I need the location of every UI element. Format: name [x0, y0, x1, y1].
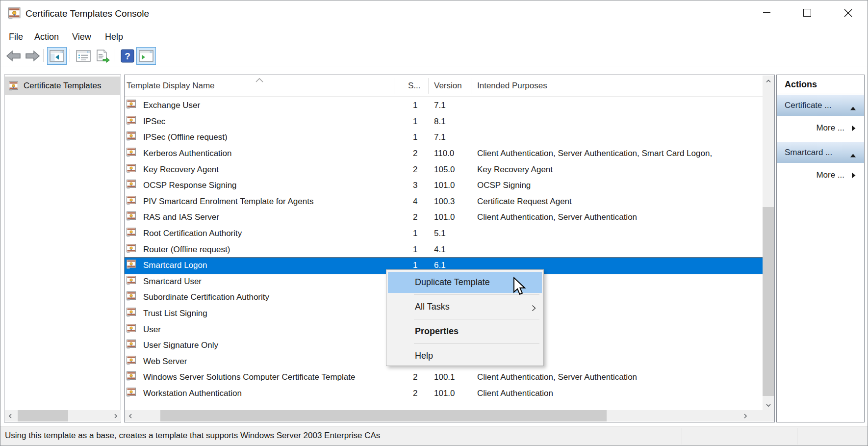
- template-purposes: Client Authentication, Server Authentica…: [477, 212, 637, 222]
- collapse-up-icon[interactable]: [850, 104, 856, 112]
- toolbar-separator: [114, 49, 114, 62]
- column-header-s[interactable]: S...: [408, 75, 427, 96]
- template-name: Exchange User: [143, 101, 200, 110]
- list-hscroll-thumb[interactable]: [160, 410, 607, 421]
- template-version: 105.0: [434, 165, 455, 175]
- help-button[interactable]: ?: [118, 47, 137, 65]
- status-divider: [797, 428, 797, 445]
- certificate-template-icon: [127, 164, 137, 176]
- title-bar: Certificate Templates Console: [0, 0, 868, 28]
- scroll-right-button[interactable]: [110, 410, 121, 421]
- show-action-pane-button[interactable]: [136, 47, 156, 65]
- menu-file[interactable]: File: [9, 32, 23, 42]
- table-row[interactable]: Exchange User17.1: [125, 98, 763, 114]
- back-arrow-icon: [6, 50, 22, 62]
- tree-item-certificate-templates[interactable]: Certificate Templates: [5, 77, 120, 95]
- tree-item-label: Certificate Templates: [24, 81, 101, 91]
- action-more-item[interactable]: More ...: [777, 117, 864, 139]
- forward-arrow-button[interactable]: [23, 47, 42, 65]
- template-name: Key Recovery Agent: [143, 165, 219, 175]
- column-header-intended-purposes[interactable]: Intended Purposes: [477, 75, 673, 96]
- certificate-template-icon: [127, 116, 137, 128]
- menu-action[interactable]: Action: [34, 32, 59, 42]
- column-separator: [471, 78, 471, 94]
- more-label: More ...: [816, 123, 844, 133]
- template-schema: 2: [413, 212, 417, 222]
- table-row[interactable]: Root Certification Authority15.1: [125, 226, 763, 242]
- template-name: Trust List Signing: [143, 309, 207, 318]
- list-horizontal-scrollbar[interactable]: [125, 410, 763, 421]
- column-header-version[interactable]: Version: [434, 75, 469, 96]
- template-version: 7.1: [434, 101, 446, 110]
- certificate-template-icon: [127, 100, 137, 111]
- minimize-icon: [763, 12, 770, 13]
- menu-separator: [414, 319, 539, 319]
- template-name: Root Certification Authority: [143, 229, 242, 238]
- context-menu-item-help[interactable]: Help: [388, 345, 542, 367]
- table-row[interactable]: Windows Server Solutions Computer Certif…: [125, 369, 763, 386]
- scroll-right-button[interactable]: [740, 410, 751, 421]
- list-vertical-scrollbar[interactable]: [763, 76, 774, 411]
- menu-view[interactable]: View: [72, 32, 91, 42]
- scroll-down-button[interactable]: [763, 399, 774, 411]
- template-purposes: Client Authentication, Server Authentica…: [477, 372, 637, 382]
- certificate-template-icon: [127, 388, 137, 399]
- list-vscroll-thumb[interactable]: [763, 207, 774, 396]
- table-row[interactable]: PIV Smartcard Enrolment Template for Age…: [125, 194, 763, 210]
- show-console-tree-button[interactable]: [47, 47, 67, 65]
- action-group-header-smartcard[interactable]: Smartcard ...: [777, 142, 864, 163]
- close-icon: [844, 9, 852, 17]
- minimize-button[interactable]: [750, 0, 783, 26]
- template-name: Windows Server Solutions Computer Certif…: [143, 372, 355, 382]
- context-menu-item-all-tasks[interactable]: All Tasks: [388, 296, 542, 317]
- mouse-cursor-icon: [513, 277, 526, 297]
- template-schema: 1: [413, 132, 417, 142]
- scroll-left-button[interactable]: [125, 410, 136, 421]
- maximize-button[interactable]: [791, 0, 823, 26]
- template-schema: 2: [413, 149, 417, 158]
- close-button[interactable]: [832, 0, 864, 26]
- template-schema: 2: [413, 372, 417, 382]
- help-icon: ?: [120, 49, 135, 63]
- template-version: 100.1: [434, 372, 455, 382]
- submenu-chevron-icon: [532, 304, 536, 314]
- menu-item-label: Properties: [415, 326, 459, 337]
- template-name: Web Server: [143, 357, 187, 367]
- table-row[interactable]: RAS and IAS Server2101.0Client Authentic…: [125, 210, 763, 226]
- table-row[interactable]: IPSec (Offline request)17.1: [125, 130, 763, 146]
- template-schema: 3: [413, 181, 417, 190]
- tree-horizontal-scrollbar[interactable]: [5, 410, 121, 421]
- scroll-left-button[interactable]: [5, 410, 16, 421]
- certificate-template-icon: [127, 291, 137, 303]
- certificate-app-icon: [8, 7, 22, 22]
- table-row[interactable]: Workstation Authentication2101.0Client A…: [125, 386, 763, 402]
- template-name: Workstation Authentication: [143, 389, 242, 398]
- action-more-item[interactable]: More ...: [777, 164, 864, 186]
- context-menu-item-properties[interactable]: Properties: [388, 321, 542, 342]
- back-arrow-button[interactable]: [4, 47, 24, 65]
- table-row[interactable]: OCSP Response Signing3101.0OCSP Signing: [125, 178, 763, 194]
- menu-item-label: All Tasks: [415, 302, 450, 312]
- properties-button[interactable]: [74, 47, 93, 65]
- column-separator: [394, 78, 394, 94]
- template-name: Smartcard Logon: [143, 261, 207, 270]
- certificate-templates-icon: [9, 81, 19, 91]
- menu-help[interactable]: Help: [105, 32, 123, 42]
- show-action-pane-icon: [139, 50, 153, 62]
- scroll-up-button[interactable]: [763, 76, 774, 87]
- certificate-template-icon: [127, 340, 137, 351]
- table-row[interactable]: Router (Offline request)14.1: [125, 241, 763, 258]
- table-row[interactable]: Key Recovery Agent2105.0Key Recovery Age…: [125, 161, 763, 178]
- action-group-header-certificate[interactable]: Certificate ...: [777, 95, 864, 116]
- export-list-button[interactable]: [93, 47, 113, 65]
- toolbar-separator: [43, 49, 44, 62]
- table-row[interactable]: Kerberos Authentication2110.0Client Auth…: [125, 146, 763, 162]
- tree-hscroll-thumb[interactable]: [18, 410, 68, 421]
- collapse-up-icon[interactable]: [850, 151, 856, 159]
- list-header: Template Display NameS...VersionIntended…: [125, 75, 763, 97]
- table-row[interactable]: IPSec18.1: [125, 114, 763, 130]
- certificate-template-icon: [127, 371, 137, 383]
- template-version: 4.1: [434, 245, 446, 255]
- certificate-template-icon: [127, 308, 137, 319]
- actions-pane: Actions Certificate ...More ...Smartcard…: [776, 75, 865, 422]
